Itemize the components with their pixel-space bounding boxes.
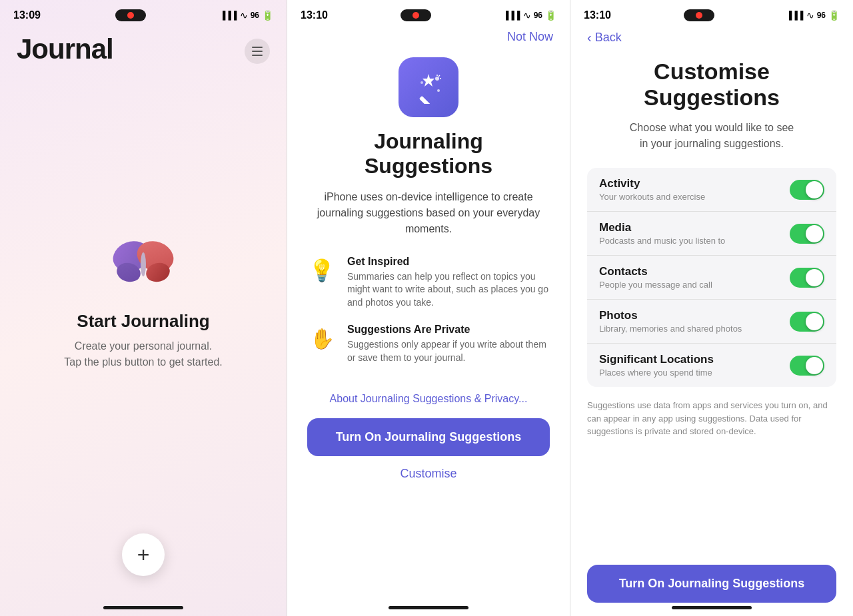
journal-nav-header: Journal xyxy=(0,27,287,65)
toggle-sub-media: Podcasts and music you listen to xyxy=(599,236,725,246)
battery-icon-3: 🔋 xyxy=(828,10,840,21)
lightbulb-icon-wrap: 💡 xyxy=(307,256,337,285)
toggle-label-contacts: Contacts People you message and call xyxy=(599,265,712,290)
battery-text-2: 96 xyxy=(534,11,542,20)
back-label: Back xyxy=(595,31,622,45)
status-bar-1: 13:09 ▐▐▐ ∿ 96 🔋 xyxy=(0,0,287,27)
svg-point-7 xyxy=(435,77,439,81)
wifi-icon-2: ∿ xyxy=(523,10,531,21)
toggle-switch-contacts[interactable] xyxy=(790,268,824,288)
screen3-body: CustomiseSuggestions Choose what you wou… xyxy=(570,52,853,616)
not-now-button[interactable]: Not Now xyxy=(507,30,553,44)
toggle-item-media: Media Podcasts and music you listen to xyxy=(587,212,836,256)
journal-title: Journal xyxy=(17,33,113,65)
toggle-knob-activity xyxy=(806,181,823,198)
toggle-switch-locations[interactable] xyxy=(790,356,824,376)
status-bar-3: 13:10 ▐▐▐ ∿ 96 🔋 xyxy=(570,0,853,27)
toggle-list: Activity Your workouts and exercise Medi… xyxy=(587,168,836,387)
status-bar-2: 13:10 ▐▐▐ ∿ 96 🔋 xyxy=(287,0,570,27)
home-indicator-3 xyxy=(672,606,752,609)
customise-link[interactable]: Customise xyxy=(400,467,456,481)
back-button[interactable]: ‹ Back xyxy=(587,30,622,45)
magic-wand-icon xyxy=(412,71,445,104)
privacy-link[interactable]: About Journaling Suggestions & Privacy..… xyxy=(330,393,528,405)
toggle-item-locations: Significant Locations Places where you s… xyxy=(587,344,836,387)
feature-item-inspired: 💡 Get Inspired Summaries can help you re… xyxy=(307,256,550,310)
menu-button[interactable] xyxy=(245,39,270,64)
time-2: 13:10 xyxy=(301,9,328,21)
toggle-sub-locations: Places where you spend time xyxy=(599,368,714,378)
signal-bars-icon-1: ▐▐▐ xyxy=(220,11,237,20)
signal-bars-icon-3: ▐▐▐ xyxy=(786,11,804,20)
svg-point-8 xyxy=(437,89,440,92)
screen2-top-nav: Not Now xyxy=(287,27,570,51)
customise-title: CustomiseSuggestions xyxy=(587,59,836,111)
toggle-knob-locations xyxy=(806,357,823,374)
toggle-switch-media[interactable] xyxy=(790,224,824,244)
dynamic-island-2 xyxy=(401,9,431,21)
feature-title-private: Suggestions Are Private xyxy=(347,324,550,336)
hand-icon: ✋ xyxy=(310,327,335,350)
svg-marker-6 xyxy=(423,74,434,87)
suggestions-description: iPhone uses on-device intelligence to cr… xyxy=(307,189,550,237)
toggle-knob-media xyxy=(806,225,823,242)
toggle-item-photos: Photos Library, memories and shared phot… xyxy=(587,300,836,344)
feature-text-private: Suggestions Are Private Suggestions only… xyxy=(347,324,550,364)
toggle-item-activity: Activity Your workouts and exercise xyxy=(587,168,836,212)
dynamic-island-3 xyxy=(684,9,714,21)
customise-suggestions-screen: 13:10 ▐▐▐ ∿ 96 🔋 ‹ Back CustomiseSuggest… xyxy=(570,0,853,616)
journaling-suggestions-icon xyxy=(399,57,458,117)
toggle-knob-photos xyxy=(806,313,823,330)
toggle-title-photos: Photos xyxy=(599,309,742,322)
toggle-title-locations: Significant Locations xyxy=(599,353,714,366)
home-indicator-2 xyxy=(389,606,468,609)
feature-item-private: ✋ Suggestions Are Private Suggestions on… xyxy=(307,324,550,364)
plus-icon: + xyxy=(137,543,150,567)
toggle-sub-contacts: People you message and call xyxy=(599,280,712,290)
screen2-body: JournalingSuggestions iPhone uses on-dev… xyxy=(287,51,570,616)
home-indicator-1 xyxy=(103,606,183,609)
toggle-switch-photos[interactable] xyxy=(790,312,824,332)
toggle-sub-photos: Library, memories and shared photos xyxy=(599,324,742,334)
battery-text-1: 96 xyxy=(251,11,259,20)
time-1: 13:09 xyxy=(13,9,41,21)
lightbulb-icon: 💡 xyxy=(309,258,335,283)
toggle-label-media: Media Podcasts and music you listen to xyxy=(599,221,725,246)
butterfly-icon xyxy=(110,231,177,298)
battery-icon-2: 🔋 xyxy=(545,10,556,21)
add-entry-button[interactable]: + xyxy=(122,533,165,576)
screen3-top-nav: ‹ Back xyxy=(570,27,853,52)
toggle-switch-activity[interactable] xyxy=(790,180,824,200)
turn-on-journaling-button-2[interactable]: Turn On Journaling Suggestions xyxy=(587,565,836,603)
turn-on-journaling-button[interactable]: Turn On Journaling Suggestions xyxy=(307,418,550,456)
wifi-icon-1: ∿ xyxy=(240,10,248,21)
customise-description: Choose what you would like to see in you… xyxy=(587,120,836,152)
toggle-label-photos: Photos Library, memories and shared phot… xyxy=(599,309,742,334)
feature-title-inspired: Get Inspired xyxy=(347,256,550,268)
feature-text-inspired: Get Inspired Summaries can help you refl… xyxy=(347,256,550,310)
signal-icons-2: ▐▐▐ ∿ 96 🔋 xyxy=(503,10,556,21)
toggle-label-locations: Significant Locations Places where you s… xyxy=(599,353,714,378)
signal-bars-icon-2: ▐▐▐ xyxy=(503,11,520,20)
start-journaling-title: Start Journaling xyxy=(77,311,209,332)
dynamic-island-1 xyxy=(115,9,146,21)
signal-icons-3: ▐▐▐ ∿ 96 🔋 xyxy=(786,10,840,21)
feature-list: 💡 Get Inspired Summaries can help you re… xyxy=(307,256,550,380)
toggle-title-activity: Activity xyxy=(599,177,705,190)
toggle-item-contacts: Contacts People you message and call xyxy=(587,256,836,300)
svg-line-12 xyxy=(438,75,440,77)
chevron-left-icon: ‹ xyxy=(587,30,592,45)
menu-lines-icon xyxy=(252,47,263,56)
recording-dot-3 xyxy=(696,12,702,19)
toggle-knob-contacts xyxy=(806,269,823,286)
toggle-title-contacts: Contacts xyxy=(599,265,712,278)
time-3: 13:10 xyxy=(584,9,611,21)
signal-icons-1: ▐▐▐ ∿ 96 🔋 xyxy=(220,10,273,21)
toggle-sub-activity: Your workouts and exercise xyxy=(599,192,705,202)
wifi-icon-3: ∿ xyxy=(806,10,814,21)
hand-icon-wrap: ✋ xyxy=(307,324,337,353)
journaling-suggestions-screen: 13:10 ▐▐▐ ∿ 96 🔋 Not Now xyxy=(287,0,570,616)
svg-rect-5 xyxy=(419,96,431,104)
toggle-title-media: Media xyxy=(599,221,725,234)
svg-point-9 xyxy=(421,81,423,84)
